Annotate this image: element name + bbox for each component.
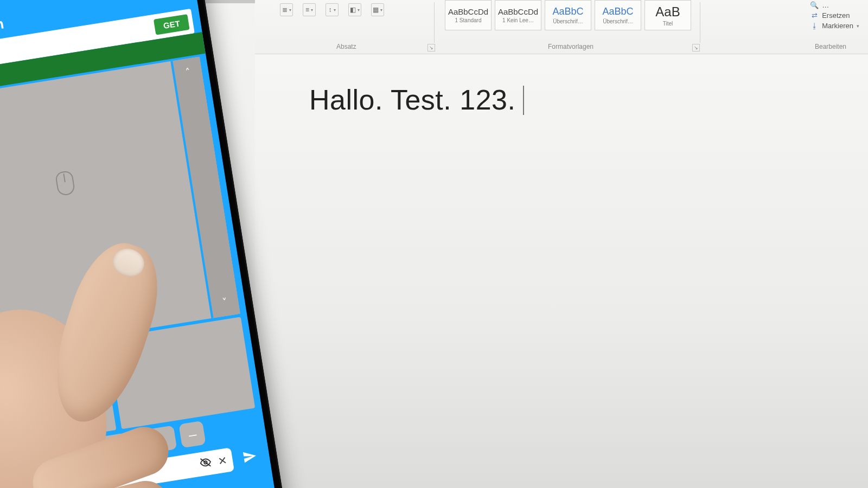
chevron-down-icon[interactable]: ˅ <box>221 296 228 309</box>
replace-button[interactable]: ⇄ Ersetzen <box>810 11 850 20</box>
document-page[interactable]: Hallo. Test. 123. <box>255 54 868 488</box>
styles-gallery: AaBbCcDd 1 Standard AaBbCcDd 1 Kein Lee…… <box>445 0 691 30</box>
style-heading1[interactable]: AaBbC Überschrif… <box>545 0 591 30</box>
style-name: 1 Standard <box>455 17 482 23</box>
word-ribbon: ≣▾ ≡▾ ↕▾ ◧▾ ▦▾ Absatz ↘ AaBbCcDd 1 Stand… <box>255 0 868 54</box>
right-click-pad[interactable] <box>107 317 256 429</box>
borders-icon[interactable]: ▦▾ <box>371 3 384 16</box>
paragraph-launcher-icon[interactable]: ↘ <box>427 44 435 52</box>
replace-label: Ersetzen <box>822 11 850 20</box>
style-sample: AaBbCcDd <box>498 7 538 16</box>
style-name: Überschrif… <box>553 18 583 24</box>
editing-group: 🔍 … ⇄ Ersetzen ⭳ Markieren ▾ <box>810 1 859 30</box>
style-sample: AaBbC <box>552 6 583 17</box>
style-sample: AaB <box>655 4 680 20</box>
style-name: Titel <box>663 21 673 27</box>
style-name: Überschrif… <box>603 18 633 24</box>
touchpad-area[interactable]: ˄ ˅ <box>0 56 240 357</box>
group-label-styles: Formatvorlagen <box>548 43 593 50</box>
style-no-spacing[interactable]: AaBbCcDd 1 Kein Lee… <box>495 0 541 30</box>
visibility-off-icon[interactable] <box>199 455 213 472</box>
group-label-paragraph: Absatz <box>336 43 356 50</box>
replace-icon: ⇄ <box>810 11 819 20</box>
copy-button[interactable]: Copy <box>34 441 80 471</box>
left-click-pad[interactable] <box>0 339 116 451</box>
find-icon: 🔍 <box>810 1 819 9</box>
mouse-icon <box>55 170 75 196</box>
undo-button[interactable]: Undo <box>130 425 177 455</box>
style-sample: AaBbC <box>602 6 633 17</box>
chevron-up-icon[interactable]: ˄ <box>185 66 192 78</box>
ribbon-separator <box>700 2 700 43</box>
bullets-icon[interactable]: ≣▾ <box>280 3 293 16</box>
paste-button[interactable]: Paste <box>0 448 32 479</box>
group-label-editing: Bearbeiten <box>815 43 846 50</box>
find-button[interactable]: 🔍 … <box>810 1 829 9</box>
style-heading2[interactable]: AaBbC Überschrif… <box>595 0 641 30</box>
paragraph-group: ≣▾ ≡▾ ↕▾ ◧▾ ▦▾ <box>280 3 384 16</box>
numbering-icon[interactable]: ≡▾ <box>303 3 316 16</box>
select-button[interactable]: ⭳ Markieren ▾ <box>810 22 859 30</box>
ribbon-separator <box>434 2 435 43</box>
style-standard[interactable]: AaBbCcDd 1 Standard <box>445 0 492 30</box>
style-title[interactable]: AaB Titel <box>644 0 691 30</box>
styles-launcher-icon[interactable]: ↘ <box>692 44 700 52</box>
style-name: 1 Kein Lee… <box>502 17 534 23</box>
send-button[interactable] <box>235 443 264 471</box>
linespacing-icon[interactable]: ↕▾ <box>326 3 339 16</box>
clear-input-icon[interactable]: ✕ <box>217 454 228 468</box>
minus-button[interactable]: – <box>179 421 206 448</box>
shading-icon[interactable]: ◧▾ <box>348 3 361 16</box>
document-text: Hallo. Test. 123. <box>309 84 515 116</box>
select-label: Markieren <box>822 22 853 30</box>
select-icon: ⭳ <box>810 22 819 30</box>
ad-get-button[interactable]: GET <box>154 14 190 35</box>
text-caret <box>523 86 524 115</box>
find-label: … <box>822 1 829 9</box>
redo-button[interactable]: Redo <box>82 433 129 463</box>
style-sample: AaBbCcDd <box>448 7 488 16</box>
